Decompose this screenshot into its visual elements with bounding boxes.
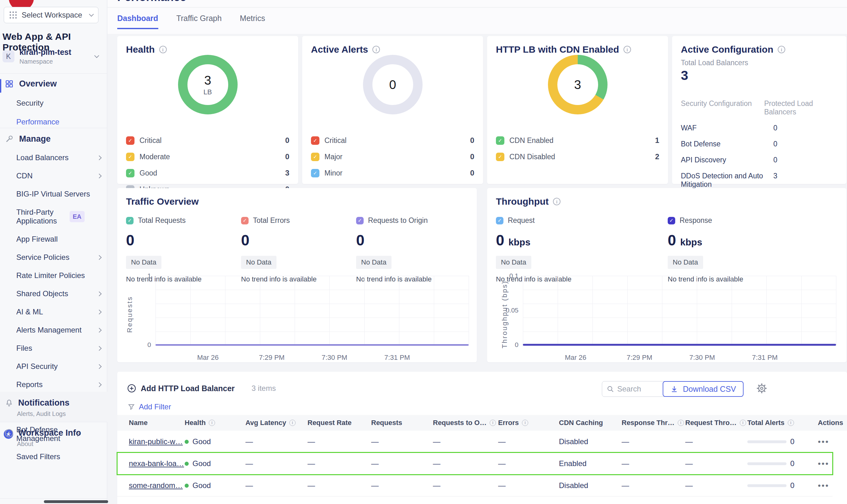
cdn-enabled-checkbox[interactable]: ✓ xyxy=(496,136,504,145)
col-requests[interactable]: Requests xyxy=(371,415,433,431)
info-icon[interactable]: i xyxy=(678,420,684,426)
gear-icon xyxy=(756,383,767,394)
search-input[interactable] xyxy=(617,384,664,393)
col-errors[interactable]: Errorsi xyxy=(498,415,559,431)
active-alerts-card: Active Alertsi 0 ✓Critical0 ✓Major0 ✓Min… xyxy=(302,36,483,184)
sidebar-item-ai-ml[interactable]: AI & ML xyxy=(0,307,107,316)
wrench-icon xyxy=(5,135,14,143)
col-cdn-caching[interactable]: CDN Caching xyxy=(559,415,621,431)
notifications-section[interactable]: Notifications Alerts, Audit Logs xyxy=(0,392,107,422)
sidebar-item-cdn[interactable]: CDN xyxy=(0,172,107,180)
add-filter-button[interactable]: Add Filter xyxy=(128,402,171,411)
health-good-dot xyxy=(185,440,189,444)
info-icon[interactable]: i xyxy=(778,46,785,53)
items-count: 3 items xyxy=(252,384,276,393)
critical-checkbox[interactable]: ✓ xyxy=(311,136,320,145)
workspace-selector[interactable]: Select Workspace xyxy=(4,7,98,23)
col-requests-to-origin[interactable]: Requests to O…i xyxy=(433,415,498,431)
lb-name-link[interactable]: kiran-public-w… xyxy=(129,437,183,446)
col-total-alerts[interactable]: Total Alertsi xyxy=(747,415,818,431)
sidebar-item-files[interactable]: Files xyxy=(0,344,107,353)
health-good-dot xyxy=(185,462,189,466)
col-avg-latency[interactable]: Avg Latencyi xyxy=(246,415,307,431)
info-icon[interactable]: i xyxy=(788,420,794,426)
table-settings-button[interactable] xyxy=(756,383,767,394)
response-checkbox[interactable]: ✓ xyxy=(668,217,675,224)
sidebar-item-bigip-virtual-servers[interactable]: BIG-IP Virtual Servers xyxy=(0,190,107,198)
sidebar-item-api-security[interactable]: API Security xyxy=(0,362,107,371)
requests-to-origin-checkbox[interactable]: ✓ xyxy=(356,217,364,224)
row-actions-menu[interactable]: ••• xyxy=(818,481,829,490)
moderate-checkbox[interactable]: ✓ xyxy=(126,152,134,161)
sidebar-item-performance[interactable]: Performance xyxy=(0,118,107,126)
lb-name-link[interactable]: some-random… xyxy=(129,481,183,490)
sidebar-item-third-party-applications[interactable]: Third-Party ApplicationsEA xyxy=(0,208,107,226)
info-icon[interactable]: i xyxy=(740,420,746,426)
sidebar-item-service-policies[interactable]: Service Policies xyxy=(0,253,107,262)
col-request-throughput[interactable]: Request Thro…i xyxy=(685,415,747,431)
namespace-name: kiran-plm-test xyxy=(19,48,71,57)
sidebar-item-overview[interactable]: Overview xyxy=(0,79,107,89)
info-icon[interactable]: i xyxy=(373,46,380,53)
tab-metrics[interactable]: Metrics xyxy=(240,14,265,29)
request-checkbox[interactable]: ✓ xyxy=(496,217,503,224)
major-checkbox[interactable]: ✓ xyxy=(311,152,320,161)
y-axis-label: Throughput (bps) xyxy=(501,281,509,348)
row-actions-menu[interactable]: ••• xyxy=(818,437,829,447)
info-icon[interactable]: i xyxy=(289,420,295,426)
sidebar-item-reports[interactable]: Reports xyxy=(0,380,107,389)
sidebar-item-app-firewall[interactable]: App Firewall xyxy=(0,235,107,244)
active-section-indicator xyxy=(0,79,1,93)
security-config-table: Security ConfigurationProtected Load Bal… xyxy=(681,92,839,189)
sidebar-item-shared-objects[interactable]: Shared Objects xyxy=(0,289,107,298)
divider xyxy=(108,7,847,7)
row-actions-menu[interactable]: ••• xyxy=(818,459,829,469)
info-icon[interactable]: i xyxy=(624,46,631,53)
table-row-highlighted: nexa-bank-loa… Good — — — — — Enabled — … xyxy=(117,453,833,474)
cdn-disabled-checkbox[interactable]: ✓ xyxy=(496,152,504,161)
minor-checkbox[interactable]: ✓ xyxy=(311,169,320,177)
download-icon xyxy=(670,385,678,393)
info-icon[interactable]: i xyxy=(553,198,560,205)
col-request-rate[interactable]: Request Rate xyxy=(307,415,371,431)
no-data-badge: No Data xyxy=(126,256,161,269)
workspace-info-section[interactable]: i Workspace Info About xyxy=(0,422,107,453)
protected-lb-col: Protected Load Balancers xyxy=(764,100,839,116)
ea-badge: EA xyxy=(70,211,85,222)
namespace-selector[interactable]: K kiran-plm-test Namespace xyxy=(2,48,103,65)
plus-circle-icon xyxy=(127,384,137,393)
active-alerts-donut-chart: 0 xyxy=(363,55,422,114)
total-errors-checkbox[interactable]: ✓ xyxy=(241,217,249,224)
col-health[interactable]: Healthi xyxy=(185,415,246,431)
sidebar: Select Workspace Web App & API Protectio… xyxy=(0,0,107,504)
total-requests-checkbox[interactable]: ✓ xyxy=(126,217,133,224)
divider xyxy=(0,498,107,499)
active-configuration-card: Active Configurationi Total Load Balance… xyxy=(672,36,846,184)
download-csv-button[interactable]: Download CSV xyxy=(663,381,743,397)
col-name[interactable]: Name xyxy=(129,415,185,431)
legend-row: ✓Major0 xyxy=(311,152,474,161)
tab-traffic-graph[interactable]: Traffic Graph xyxy=(177,14,222,29)
col-response-throughput[interactable]: Response Thr…i xyxy=(621,415,685,431)
horizontal-scrollbar[interactable] xyxy=(44,500,108,503)
info-icon[interactable]: i xyxy=(522,420,528,426)
bell-icon xyxy=(5,399,13,407)
info-icon[interactable]: i xyxy=(490,420,496,426)
tab-dashboard[interactable]: Dashboard xyxy=(117,14,158,29)
sidebar-item-security[interactable]: Security xyxy=(0,99,107,108)
config-row: DDoS Detection and Auto Mitigation3 xyxy=(681,172,839,189)
workspace-info-sublabel: About xyxy=(0,440,107,448)
critical-checkbox[interactable]: ✓ xyxy=(126,136,134,145)
sidebar-item-load-balancers[interactable]: Load Balancers xyxy=(0,153,107,162)
sidebar-item-alerts-management[interactable]: Alerts Management xyxy=(0,326,107,335)
sidebar-item-saved-filters[interactable]: Saved Filters xyxy=(0,452,107,461)
lb-name-link[interactable]: nexa-bank-loa… xyxy=(129,459,184,468)
total-requests-value: 0 xyxy=(126,232,202,249)
good-checkbox[interactable]: ✓ xyxy=(126,169,134,177)
no-data-badge: No Data xyxy=(241,256,276,269)
health-card-title: Health xyxy=(126,44,155,55)
sidebar-item-rate-limiter-policies[interactable]: Rate Limiter Policies xyxy=(0,271,107,280)
info-icon[interactable]: i xyxy=(159,46,167,53)
info-icon[interactable]: i xyxy=(209,420,215,426)
add-http-lb-button[interactable]: Add HTTP Load Balancer xyxy=(127,384,235,393)
